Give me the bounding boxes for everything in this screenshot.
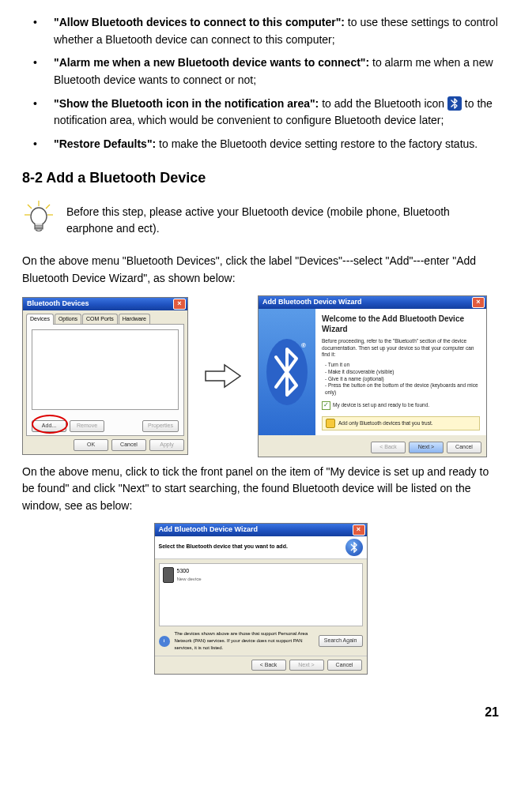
bullet-item: "Alarm me when a new Bluetooth device wa… <box>22 55 499 88</box>
apply-button[interactable]: Apply <box>149 439 184 451</box>
page-number: 21 <box>22 703 499 723</box>
bullet-item: "Allow Bluetooth devices to connect to t… <box>22 14 499 48</box>
security-note: Add only Bluetooth devices that you trus… <box>338 420 433 427</box>
wizard-step: - Turn it on <box>325 362 480 369</box>
wizard-sidebar: ® <box>259 309 315 435</box>
wizard-intro: Before proceeding, refer to the "Bluetoo… <box>322 338 480 359</box>
search-again-button[interactable]: Search Again <box>319 635 363 647</box>
shield-icon <box>326 419 335 428</box>
found-device-list[interactable]: 5300 New device <box>159 563 363 626</box>
tab-devices[interactable]: Devices <box>26 314 54 325</box>
bluetooth-icon: ® <box>265 336 309 408</box>
dialog-title: Add Bluetooth Device Wizard <box>262 297 361 308</box>
wizard-subheading: Select the Bluetooth device that you wan… <box>159 543 288 551</box>
bluetooth-tray-icon <box>447 96 462 111</box>
bullet-list: "Allow Bluetooth devices to connect to t… <box>22 14 499 153</box>
next-button[interactable]: Next > <box>409 442 444 453</box>
close-icon[interactable]: × <box>173 299 186 310</box>
info-icon: i <box>159 636 170 647</box>
close-icon[interactable]: × <box>353 524 365 536</box>
close-icon[interactable]: × <box>472 297 485 308</box>
bullet-title: "Allow Bluetooth devices to connect to t… <box>54 16 345 28</box>
add-bluetooth-wizard-dialog: Add Bluetooth Device Wizard × ® Welcome … <box>258 295 487 457</box>
ready-checkbox[interactable]: ✓ <box>322 401 330 410</box>
bluetooth-icon <box>345 539 363 556</box>
device-name: 5300 <box>177 567 202 576</box>
bullet-title: "Restore Defaults": <box>54 137 156 150</box>
bullet-item: "Show the Bluetooth icon in the notifica… <box>22 96 499 130</box>
cancel-button[interactable]: Cancel <box>327 660 362 671</box>
ok-button[interactable]: OK <box>74 439 108 451</box>
wizard-step: - Make it discoverable (visible) <box>325 369 480 376</box>
wizard-step: - Give it a name (optional) <box>325 376 480 383</box>
bullet-title: "Show the Bluetooth icon in the notifica… <box>54 97 319 110</box>
svg-point-5 <box>31 208 47 225</box>
wizard-heading: Welcome to the Add Bluetooth Device Wiza… <box>322 314 480 335</box>
dialog-title: Bluetooth Devices <box>27 299 89 310</box>
bluetooth-devices-dialog: Bluetooth Devices × Devices Options COM … <box>22 297 188 455</box>
pan-note: The devices shown above are those that s… <box>175 630 314 652</box>
back-button[interactable]: < Back <box>371 442 406 453</box>
bullet-text: to add the Bluetooth icon <box>319 97 447 110</box>
add-button[interactable]: Add... <box>32 420 66 432</box>
select-device-dialog: Add Bluetooth Device Wizard × Select the… <box>154 523 368 675</box>
svg-line-1 <box>28 205 32 209</box>
bullet-text: to make the Bluetooth device setting res… <box>156 137 478 150</box>
tab-com-ports[interactable]: COM Ports <box>82 314 118 325</box>
properties-button[interactable]: Properties <box>142 420 179 432</box>
tab-hardware[interactable]: Hardware <box>119 314 150 325</box>
tip-text: Before this step, please active your Blu… <box>66 199 499 238</box>
list-item[interactable]: 5300 New device <box>163 567 359 583</box>
cancel-button[interactable]: Cancel <box>111 439 146 451</box>
bullet-title: "Alarm me when a new Bluetooth device wa… <box>54 56 369 69</box>
lightbulb-icon <box>22 199 55 242</box>
tab-options[interactable]: Options <box>55 314 81 325</box>
checkbox-label: My device is set up and ready to be foun… <box>333 402 429 409</box>
bullet-item: "Restore Defaults": to make the Bluetoot… <box>22 136 499 153</box>
wizard-step: - Press the button on the bottom of the … <box>325 382 480 397</box>
cancel-button[interactable]: Cancel <box>447 442 481 453</box>
back-button[interactable]: < Back <box>251 660 286 671</box>
svg-line-2 <box>46 205 50 209</box>
svg-text:®: ® <box>301 342 306 349</box>
phone-icon <box>163 567 174 583</box>
remove-button[interactable]: Remove <box>70 420 104 432</box>
arrow-right-icon <box>202 360 244 392</box>
section-heading: 8-2 Add a Bluetooth Device <box>22 167 499 190</box>
dialog-title: Add Bluetooth Device Wizard <box>159 524 258 536</box>
device-listbox[interactable] <box>32 329 179 410</box>
next-button[interactable]: Next > <box>289 660 324 671</box>
paragraph: On the above menu, click to tick the fro… <box>22 464 499 515</box>
device-kind: New device <box>177 576 202 583</box>
paragraph: On the above menu "Bluetooth Devices", c… <box>22 253 499 287</box>
